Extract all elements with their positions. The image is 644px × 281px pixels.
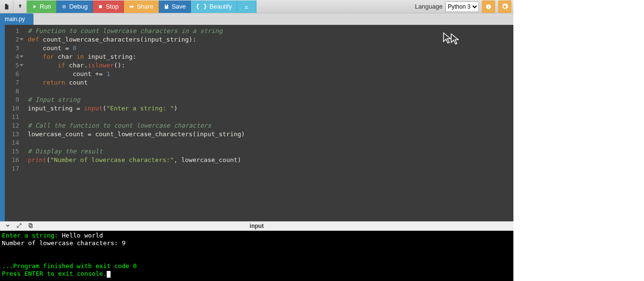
run-button[interactable]: Run xyxy=(27,0,56,13)
share-label: Share xyxy=(137,3,154,10)
language-label: Language xyxy=(415,3,443,10)
copy-icon[interactable] xyxy=(28,223,33,230)
editor-left-stripe xyxy=(0,25,5,221)
beautify-label: Beautify xyxy=(210,3,232,10)
svg-rect-3 xyxy=(166,5,167,6)
code-area[interactable]: # Function to count lowercase characters… xyxy=(24,25,513,221)
expand-icon[interactable] xyxy=(16,223,22,230)
code-editor[interactable]: 1234567891011121314151617 # Function to … xyxy=(0,25,513,221)
svg-text:i: i xyxy=(488,4,489,9)
stop-label: Stop xyxy=(106,3,119,10)
chevron-down-icon[interactable] xyxy=(5,223,11,230)
download-button[interactable] xyxy=(237,0,256,13)
share-button[interactable]: Share xyxy=(124,0,159,13)
new-file-button[interactable] xyxy=(0,0,13,13)
debug-label: Debug xyxy=(69,3,88,10)
braces-icon: { } xyxy=(196,3,207,10)
beautify-button[interactable]: { } Beautify xyxy=(191,0,237,13)
toolbar: Run Debug Stop Share Save { } Beautify xyxy=(0,0,513,13)
svg-point-1 xyxy=(64,6,65,7)
console-cursor xyxy=(107,271,111,278)
language-select[interactable]: Python 3 xyxy=(445,1,479,12)
info-button[interactable]: i xyxy=(482,0,495,13)
console-title: input xyxy=(250,223,264,229)
debug-button[interactable]: Debug xyxy=(56,0,93,13)
save-label: Save xyxy=(172,3,186,10)
upload-button[interactable] xyxy=(13,0,27,13)
tab-label: main.py xyxy=(5,16,25,22)
tab-main[interactable]: main.py xyxy=(0,13,33,25)
tab-bar: main.py xyxy=(0,13,513,25)
run-label: Run xyxy=(40,3,51,10)
stop-button[interactable]: Stop xyxy=(93,0,124,13)
svg-rect-2 xyxy=(99,5,102,8)
console-toolbar: input xyxy=(0,221,513,231)
console-output[interactable]: Enter a string: Hello world Number of lo… xyxy=(0,231,513,281)
save-button[interactable]: Save xyxy=(159,0,191,13)
line-gutter: 1234567891011121314151617 xyxy=(5,25,24,221)
settings-button[interactable] xyxy=(498,0,511,13)
